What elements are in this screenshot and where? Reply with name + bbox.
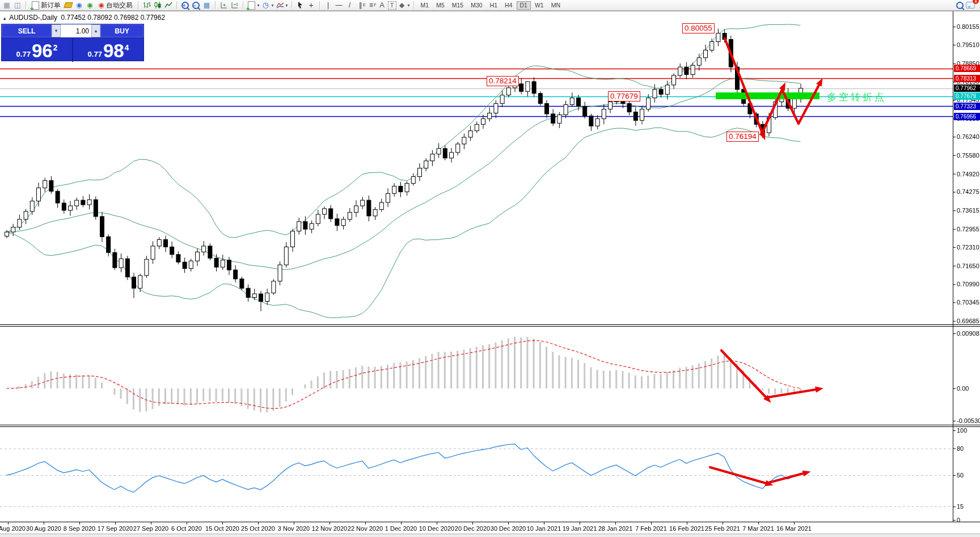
new-chart-dropdown-caret[interactable]: ▾ xyxy=(257,3,260,8)
period-icon[interactable]: ◷ xyxy=(261,1,271,10)
chat-icon[interactable]: 1 xyxy=(965,1,975,10)
vertical-line-tool-icon[interactable]: | xyxy=(323,1,333,10)
channel-tool-icon[interactable]: ∥E xyxy=(356,1,366,10)
new-order-button[interactable]: + 新订单 xyxy=(29,1,63,10)
toolbar-separator xyxy=(138,1,139,9)
toolbar-separator xyxy=(215,1,216,9)
zoom-in-icon[interactable]: + xyxy=(180,1,191,10)
community-icon[interactable]: ◉ xyxy=(74,1,85,10)
shapes-dropdown-caret[interactable]: ▾ xyxy=(408,3,410,8)
horizontal-line-tool-icon[interactable]: — xyxy=(334,1,344,10)
search-icon[interactable] xyxy=(954,1,965,10)
tab-timeframe-mn[interactable]: MN xyxy=(548,1,564,10)
main-toolbar: ▦ ◫ + 新订单 ◉ ◉ ◉ 自动交易 + − ▦ xyxy=(0,0,980,11)
tab-timeframe-m5[interactable]: M5 xyxy=(433,1,448,10)
indicators-dropdown-caret[interactable]: ▾ xyxy=(286,3,288,8)
quotes-icon[interactable] xyxy=(64,1,74,10)
indicators-icon[interactable] xyxy=(275,1,285,10)
mt4-terminal: ▦ ◫ + 新订单 ◉ ◉ ◉ 自动交易 + − ▦ xyxy=(0,0,980,537)
ask-price-button[interactable]: 0.77 98 4 xyxy=(73,38,143,62)
new-chart-icon[interactable]: + xyxy=(247,1,257,10)
signal-icon[interactable]: ◉ xyxy=(85,1,95,10)
chart-title: ▴ AUDUSD-,Daily 0.77452 0.78092 0.76982 … xyxy=(3,14,165,22)
new-order-icon: + xyxy=(32,1,39,10)
toolbar-separator xyxy=(292,1,293,9)
volume-increase-button[interactable]: ▲ xyxy=(91,24,100,37)
one-click-trading-panel: SELL ▼ 1.00 ▲ BUY 0.77 96 2 0.77 98 4 xyxy=(1,24,144,61)
chart-ohlc-readout: 0.77452 0.78092 0.76982 0.77962 xyxy=(61,14,166,22)
fibonacci-tool-icon[interactable]: ≡F xyxy=(366,1,377,10)
autotrade-icon: ◉ xyxy=(98,1,105,10)
toolbar-separator xyxy=(319,1,320,9)
volume-input[interactable]: 1.00 xyxy=(61,24,91,37)
autotrade-button[interactable]: ◉ 自动交易 xyxy=(96,1,135,10)
volume-decrease-button[interactable]: ▼ xyxy=(52,24,61,37)
toolbar-separator xyxy=(243,1,244,9)
zoom-out-icon[interactable]: − xyxy=(191,1,201,10)
sell-button[interactable]: SELL xyxy=(2,24,52,37)
buy-button[interactable]: BUY xyxy=(100,24,143,37)
cursor-icon[interactable] xyxy=(295,1,306,10)
period-dropdown-caret[interactable]: ▾ xyxy=(272,3,274,8)
tab-timeframe-m30[interactable]: M30 xyxy=(467,1,485,10)
toolbar-separator xyxy=(176,1,178,9)
toolbar-separator xyxy=(413,1,415,9)
line-chart-icon[interactable] xyxy=(163,1,174,10)
label-tool-icon[interactable]: T xyxy=(388,1,396,10)
auto-scroll-icon[interactable] xyxy=(219,1,229,10)
tile-windows-icon[interactable]: ▦ xyxy=(202,1,212,10)
bid-price-button[interactable]: 0.77 96 2 xyxy=(2,38,73,62)
tab-timeframe-w1[interactable]: W1 xyxy=(531,1,547,10)
crosshair-icon[interactable]: + xyxy=(306,1,316,10)
chart-shift-icon[interactable] xyxy=(230,1,240,10)
notification-badge: 1 xyxy=(973,0,979,4)
tab-timeframe-d1[interactable]: D1 xyxy=(517,1,531,10)
candlestick-chart-icon[interactable] xyxy=(153,1,163,10)
bar-chart-icon[interactable] xyxy=(142,1,152,10)
trendline-tool-icon[interactable]: / xyxy=(345,1,355,10)
chart-canvas[interactable] xyxy=(0,0,980,537)
shapes-tool-icon[interactable]: ◆ xyxy=(397,1,407,10)
chart-window-icon[interactable]: ▦ xyxy=(2,1,12,10)
tab-timeframe-m1[interactable]: M1 xyxy=(417,1,433,10)
chart-marker-icon: ▴ xyxy=(3,15,6,21)
toolbar-separator xyxy=(26,1,27,9)
data-window-icon[interactable]: ◫ xyxy=(12,1,23,10)
tab-timeframe-h1[interactable]: H1 xyxy=(487,1,501,10)
chart-symbol: AUDUSD-,Daily xyxy=(9,14,57,22)
text-tool-icon[interactable]: A xyxy=(377,1,387,10)
tab-timeframe-m15[interactable]: M15 xyxy=(449,1,467,10)
tab-timeframe-h4[interactable]: H4 xyxy=(501,1,516,10)
